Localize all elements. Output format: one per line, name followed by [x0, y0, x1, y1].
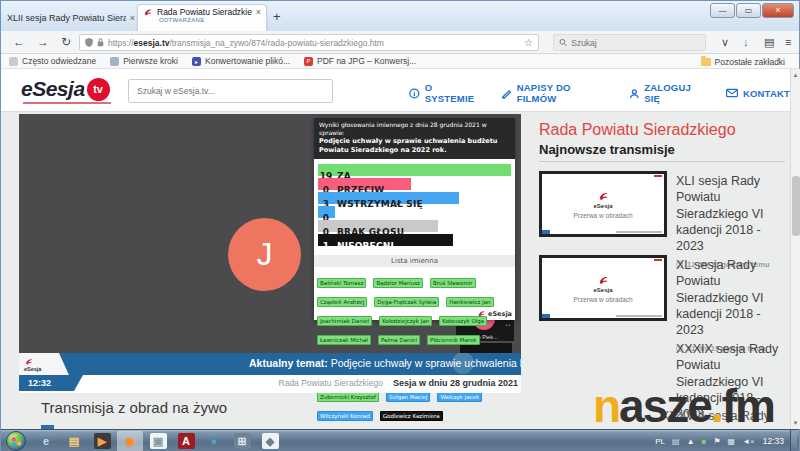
pocket-icon[interactable]: ∨ — [721, 36, 729, 49]
desktop: XLII sesja Rady Powiatu Sieradzkiego × R… — [0, 0, 800, 451]
councilor-chip: Płóciennik Marek — [427, 335, 479, 345]
bookmark-star-icon[interactable]: ☆ — [524, 37, 533, 48]
scrollbar-thumb[interactable] — [792, 176, 800, 236]
taskbar-explorer-folder-icon[interactable]: ▤ — [61, 431, 87, 451]
transmission-thumbnail[interactable]: eSesja Przerwa w obradach — [539, 171, 667, 237]
current-topic-text: Aktualny temat: Podjęcie uchwały w spraw… — [249, 357, 521, 369]
back-button[interactable]: ← — [13, 35, 25, 49]
councilor-chip: Dęga-Frątczak Sylwia — [374, 297, 439, 307]
session-date: Sesja w dniu 28 grudnia 2021 — [393, 378, 518, 388]
taskbar-photo-viewer-icon[interactable]: ▣ — [145, 431, 171, 451]
councilor-chip: Kołodziejczyk Jan — [379, 316, 432, 326]
vote-count: 1 — [318, 240, 334, 252]
esesja-tv-logo[interactable]: eSesja tv — [21, 77, 110, 101]
bookmark-favicon: ▸ — [192, 57, 201, 66]
browser-titlebar: XLII sesja Rady Powiatu Sieradzkiego × R… — [1, 1, 799, 31]
restore-button[interactable]: ▭ — [736, 3, 761, 18]
address-bar[interactable]: https://esesja.tv/transmisja_na_zywo/874… — [79, 34, 539, 51]
tray-volume-muted-icon[interactable]: ◄× — [742, 437, 755, 446]
session-info-strip: 12:32 Rada Powiatu Sieradzkiego Sesja w … — [19, 375, 521, 393]
councilor-chip: Joachimiak Daniel — [317, 316, 372, 326]
taskbar-clock[interactable]: 12:33 — [763, 436, 784, 446]
tray-language-pl[interactable]: PL — [655, 437, 665, 446]
transmission-title[interactable]: XL sesja Rady Powiatu Sieradzkiego VI ka… — [676, 257, 789, 338]
vote-row: 0 — [318, 206, 511, 218]
nav-about-system[interactable]: O SYSTEMIE — [409, 82, 483, 104]
menu-hamburger-icon[interactable]: ≡ — [785, 36, 791, 48]
video-timestamp: 12:32 — [19, 375, 83, 391]
tab-inactive[interactable]: XLII sesja Rady Powiatu Sieradzkiego × — [7, 8, 135, 28]
transmission-item[interactable]: eSesja Przerwa w obradach XLI sesja Rady… — [539, 171, 789, 237]
sidebar-council-title[interactable]: Rada Powiatu Sieradzkiego — [539, 121, 736, 139]
user-icon — [629, 88, 640, 99]
lock-icon — [97, 38, 104, 47]
taskbar-firefox-icon[interactable]: ◉ — [117, 431, 143, 451]
roll-call-title: Lista imienna — [314, 255, 515, 267]
taskbar-globe-app-icon[interactable]: ● — [201, 431, 227, 451]
minimize-button[interactable]: — — [710, 3, 735, 18]
new-tab-button[interactable]: + — [273, 9, 281, 24]
download-icon[interactable]: ↓ — [743, 36, 749, 48]
esesja-logo-icon — [477, 309, 486, 318]
reload-button[interactable]: ↻ — [61, 35, 71, 49]
councilor-chip: Bruś Sławomir — [430, 278, 476, 288]
tray-network-icon[interactable]: ▦ — [728, 437, 736, 446]
taskbar-remote-desktop-icon[interactable]: ⊞ — [229, 431, 255, 451]
taskbar-adobe-reader-icon[interactable]: A — [173, 431, 199, 451]
window-controls: — ▭ × — [710, 3, 794, 18]
esesja-logo-icon — [24, 357, 34, 366]
logo-tagline — [23, 102, 111, 104]
tab-close-icon[interactable]: × — [130, 13, 135, 23]
taskbar-utility-icon[interactable]: ◆ — [257, 431, 283, 451]
site-search-input[interactable] — [137, 86, 324, 96]
thumb-caption: Przerwa w obradach — [573, 212, 632, 219]
tray-action-center-flag-icon[interactable]: ⚑ — [713, 437, 720, 446]
councilor-chip: Sułgan Maciej — [386, 392, 430, 402]
thumb-blue-chip — [542, 314, 550, 318]
bookmarks-bar: Często odwiedzane Pierwsze kroki ▸ Konwe… — [1, 54, 799, 69]
councilor-chip: Wilczyński Konrad — [317, 411, 373, 421]
councilor-chip: Baliński Tomasz — [317, 278, 366, 288]
vote-row: 0PRZECIW — [318, 178, 511, 190]
tab-active[interactable]: Rada Powiatu Sieradzkiego - tra × ODTWAR… — [137, 4, 267, 31]
taskbar-media-player-icon[interactable]: ▶ — [89, 431, 115, 451]
tray-status-icon[interactable]: ■ — [702, 437, 707, 446]
close-button[interactable]: × — [762, 3, 794, 18]
tab-close-icon[interactable]: × — [256, 7, 261, 17]
tray-hidden-icons-arrow[interactable]: ▲ — [687, 437, 695, 446]
bookmark-item[interactable]: Pierwsze kroki — [110, 56, 178, 66]
browser-search-input[interactable] — [571, 38, 700, 48]
bookmark-favicon — [110, 57, 119, 66]
site-search[interactable] — [128, 79, 333, 103]
page-scrollbar[interactable]: ▲ ▼ — [790, 69, 800, 429]
esesja-logo-icon — [597, 274, 610, 286]
transmission-thumbnail[interactable]: eSesja Przerwa w obradach — [539, 255, 667, 321]
bookmark-item[interactable]: Często odwiedzane — [9, 56, 96, 66]
vote-label: NIEOBECNI — [337, 241, 394, 251]
other-bookmarks-button[interactable]: Pozostałe zakładki — [701, 57, 785, 67]
vote-rows: 19ZA 0PRZECIW 3WSTRZYMAŁ SIĘ 0 — [314, 159, 515, 250]
library-icon[interactable]: ▤ — [764, 36, 774, 49]
nav-subtitles[interactable]: NAPISY DO FILMÓW — [501, 82, 610, 104]
nav-contact[interactable]: KONTAKT — [726, 82, 790, 104]
bookmark-item[interactable]: P PDF na JPG – Konwersj... — [304, 56, 416, 66]
councilor-chip: Palma Daniel — [378, 335, 420, 345]
folder-icon — [701, 58, 711, 66]
start-button[interactable] — [6, 431, 26, 451]
vote-row: 1NIEOBECNI — [318, 234, 511, 246]
speaker-avatar: J — [228, 218, 301, 291]
transmission-title[interactable]: XLI sesja Rady Powiatu Sieradzkiego VI k… — [676, 173, 789, 254]
show-desktop-button[interactable] — [790, 430, 797, 451]
site-nav: O SYSTEMIE NAPISY DO FILMÓW ZALOGUJ SIĘ … — [409, 82, 790, 104]
scroll-down-arrow[interactable]: ▼ — [791, 420, 800, 426]
site-header: eSesja tv O SYSTEMIE NAPISY DO FILMÓW ZA… — [1, 69, 790, 112]
scroll-up-arrow[interactable]: ▲ — [791, 72, 800, 78]
bookmark-item[interactable]: ▸ Konwertowanie plikó... — [192, 56, 290, 66]
tray-desktop-icon[interactable]: ▤ — [672, 437, 680, 446]
taskbar-internet-explorer-icon[interactable]: e — [33, 431, 59, 451]
forward-button[interactable]: → — [37, 35, 49, 49]
transmission-item[interactable]: eSesja Przerwa w obradach XL sesja Rady … — [539, 255, 789, 321]
browser-search[interactable] — [553, 34, 706, 51]
nav-login[interactable]: ZALOGUJ SIĘ — [629, 82, 708, 104]
divider — [539, 161, 785, 162]
